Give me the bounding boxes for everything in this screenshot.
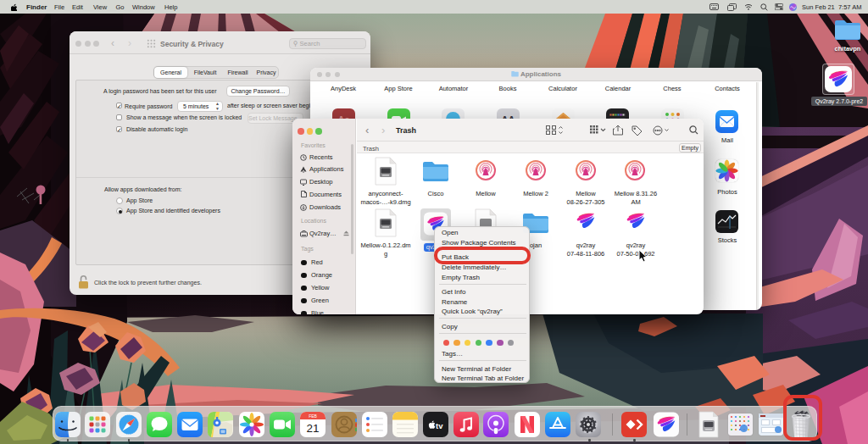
svg-text:tv: tv (436, 421, 443, 430)
svg-text:21: 21 (307, 422, 320, 435)
svg-text:FEB: FEB (309, 413, 318, 419)
